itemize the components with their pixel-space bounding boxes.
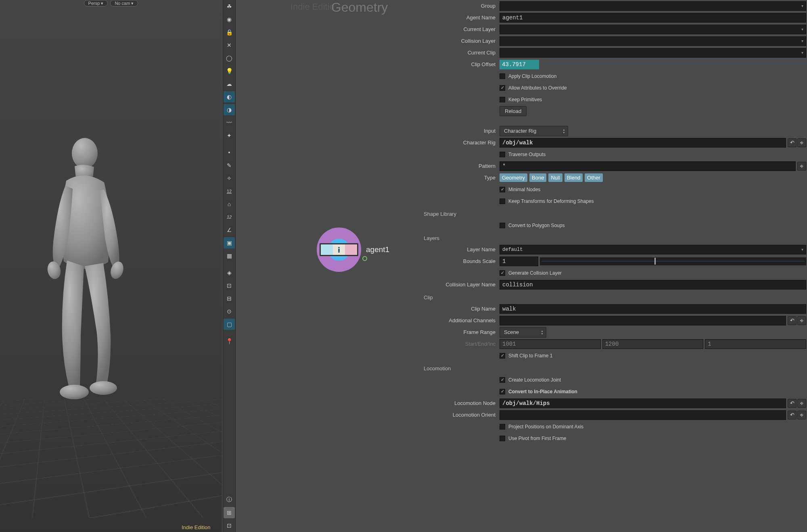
additional-channels-input[interactable] <box>500 316 786 325</box>
brush-icon[interactable]: ✎ <box>224 160 235 171</box>
channels-back-icon[interactable]: ↶ <box>788 316 797 325</box>
cloud-icon[interactable]: ☁ <box>224 78 235 90</box>
keep-transforms-checkbox[interactable]: Keep Transforms for Deforming Shapes <box>500 196 594 207</box>
leaf-icon[interactable]: ☘ <box>224 1 235 12</box>
convert-polysoups-checkbox[interactable]: Convert to Polygon Soups <box>500 220 564 231</box>
create-loco-joint-checkbox[interactable]: Create Locomotion Joint <box>500 375 561 385</box>
locomotion-node-label: Locomotion Node <box>421 400 500 406</box>
current-layer-select[interactable] <box>500 25 806 34</box>
locomotion-orient-input[interactable] <box>500 410 786 420</box>
pattern-input[interactable] <box>500 161 796 171</box>
current-clip-label: Current Clip <box>421 50 500 56</box>
target-icon[interactable]: ✕ <box>224 40 235 51</box>
type-label: Type <box>421 175 500 181</box>
image-icon[interactable]: ▢ <box>224 319 235 330</box>
pattern-chooser-icon[interactable]: ⎆ <box>797 162 806 171</box>
agent-name-input[interactable] <box>500 13 806 23</box>
project-positions-checkbox[interactable]: Project Positions on Dominant Axis <box>500 421 583 432</box>
focus-icon[interactable]: ⊡ <box>224 280 235 291</box>
selection-icon[interactable]: ▣ <box>224 237 235 248</box>
lock-icon[interactable]: 🔒 <box>224 27 235 38</box>
svg-point-3 <box>60 385 89 399</box>
svg-point-2 <box>109 260 125 280</box>
apply-clip-locomotion-checkbox[interactable]: Apply Clip Locomotion <box>500 71 556 81</box>
frame-range-label: Frame Range <box>421 329 500 335</box>
info-icon[interactable]: ⓘ <box>224 494 235 505</box>
viewport-3d[interactable]: Persp ▾ No cam ▾ <box>0 0 222 532</box>
layer-name-label: Layer Name <box>421 246 500 252</box>
back-icon[interactable]: ↶ <box>788 138 797 147</box>
collision-layer-select[interactable] <box>500 36 806 46</box>
character-rig-input[interactable] <box>500 138 786 148</box>
shift-clip-checkbox[interactable]: Shift Clip to Frame 1 <box>500 350 552 361</box>
pin-icon[interactable]: 📍 <box>224 336 235 347</box>
ghost-icon[interactable]: ◑ <box>224 104 235 115</box>
type-bone-toggle[interactable]: Bone <box>529 173 546 182</box>
reload-button[interactable]: Reload <box>500 106 527 116</box>
node-display-flag[interactable] <box>362 256 367 261</box>
locomotion-node-input[interactable] <box>500 398 786 408</box>
bounds-scale-slider[interactable] <box>540 257 806 265</box>
start-frame-input <box>500 339 601 349</box>
clip-offset-input[interactable] <box>500 60 539 69</box>
type-geometry-toggle[interactable]: Geometry <box>500 173 527 182</box>
point-icon[interactable]: • <box>224 147 235 158</box>
character-rig-label: Character Rig <box>421 140 500 146</box>
convert-inplace-checkbox[interactable]: Convert to In-Place Animation <box>500 386 577 397</box>
svg-point-0 <box>72 138 98 169</box>
group-select[interactable] <box>500 1 806 11</box>
agent-node-label: agent1 <box>366 245 389 254</box>
wand-icon[interactable]: ✧ <box>224 173 235 184</box>
shrink-icon[interactable]: ⊟ <box>224 293 235 304</box>
checker-icon[interactable]: ▦ <box>224 250 235 261</box>
agent-node[interactable]: agent1 <box>317 227 389 272</box>
record-icon[interactable]: ⊙ <box>224 306 235 317</box>
type-blend-toggle[interactable]: Blend <box>564 173 583 182</box>
graph-icon[interactable]: ∠ <box>224 224 235 236</box>
use-pivot-checkbox[interactable]: Use Pivot from First Frame <box>500 433 566 444</box>
sphere-icon[interactable]: ◯ <box>224 52 235 64</box>
collision-layer-name-input[interactable] <box>500 280 806 290</box>
viewport-header: Persp ▾ No cam ▾ <box>0 0 222 8</box>
tangent-icon[interactable]: 〰 <box>224 117 235 128</box>
clip-name-input[interactable] <box>500 304 806 314</box>
number12b-icon[interactable]: 12 <box>224 211 235 223</box>
frame-range-combo[interactable]: Scene▲▼ <box>500 327 546 338</box>
type-other-toggle[interactable]: Other <box>585 173 603 182</box>
allow-override-checkbox[interactable]: Allow Attributes to Override <box>500 83 567 93</box>
camera-persp-chip[interactable]: Persp ▾ <box>84 0 108 6</box>
orient-chooser-icon[interactable]: ⎆ <box>797 411 806 419</box>
loco-back-icon[interactable]: ↶ <box>788 399 797 408</box>
open-chooser-icon[interactable]: ⎆ <box>797 138 806 147</box>
input-label: Input <box>421 128 500 134</box>
end-frame-input <box>602 339 704 349</box>
generate-collision-layer-checkbox[interactable]: Generate Collision Layer <box>500 268 562 278</box>
quad-icon[interactable]: ⊞ <box>224 507 235 518</box>
traverse-outputs-checkbox[interactable]: Traverse Outputs <box>500 149 546 160</box>
current-clip-select[interactable] <box>500 48 806 58</box>
orient-back-icon[interactable]: ↶ <box>788 411 797 419</box>
bounds-scale-input[interactable] <box>500 257 538 266</box>
loco-chooser-icon[interactable]: ⎆ <box>797 399 806 408</box>
bulb-icon[interactable]: 💡 <box>224 65 235 77</box>
eye-icon[interactable]: ◉ <box>224 14 235 25</box>
settings-icon[interactable]: ⊡ <box>224 520 235 531</box>
clip-header: Clip <box>421 290 806 303</box>
number12-icon[interactable]: 12 <box>224 186 235 197</box>
input-combo[interactable]: Character Rig▲▼ <box>500 126 568 136</box>
camera-select-chip[interactable]: No cam ▾ <box>110 0 138 6</box>
current-layer-label: Current Layer <box>421 26 500 32</box>
keep-primitives-checkbox[interactable]: Keep Primitives <box>500 94 542 105</box>
diamond-icon[interactable]: ◈ <box>224 267 235 278</box>
type-null-toggle[interactable]: Null <box>548 173 562 182</box>
locomotion-header: Locomotion <box>421 361 806 374</box>
layer-name-select[interactable]: default <box>500 245 806 255</box>
headlight-icon[interactable]: ◐ <box>224 91 235 102</box>
broom-icon[interactable]: ⌂ <box>224 198 235 210</box>
clip-offset-slider[interactable] <box>543 64 806 65</box>
minimal-nodes-checkbox[interactable]: Minimal Nodes <box>500 184 540 195</box>
spray-icon[interactable]: ✦ <box>224 130 235 141</box>
channels-chooser-icon[interactable]: ⎆ <box>797 316 806 325</box>
network-view[interactable]: Indie EditioGeometry agent1 <box>238 0 421 532</box>
layers-header: Layers <box>421 231 806 244</box>
